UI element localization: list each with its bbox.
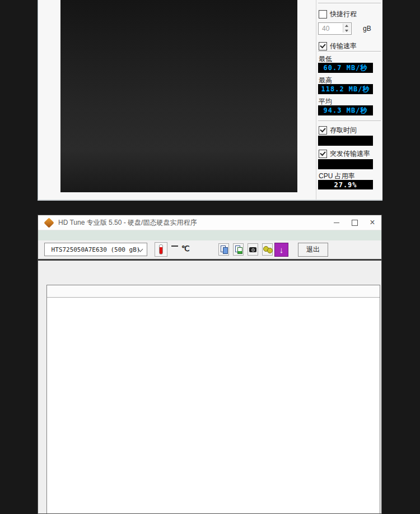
burst-rate-checkbox[interactable]: [319, 150, 327, 158]
table-header: [47, 285, 380, 298]
drive-select-value: HTS725050A7E630 (500 gB): [52, 246, 141, 253]
minimize-button[interactable]: [328, 216, 346, 230]
max-transfer-display: 118.2 MB/秒: [318, 84, 373, 94]
tab-strip: [38, 261, 381, 286]
avg-transfer-display: 94.3 MB/秒: [318, 105, 373, 115]
shortstroke-checkbox-row[interactable]: 快捷行程: [319, 10, 357, 19]
screenshot-button[interactable]: [248, 243, 258, 256]
exit-button[interactable]: 退出: [298, 243, 328, 257]
copy-chart-button[interactable]: [233, 243, 244, 256]
close-icon: ×: [370, 218, 375, 227]
transfer-checkbox-row[interactable]: 传输速率: [319, 41, 357, 51]
benchmark-plot: [60, 0, 297, 192]
temperature-button[interactable]: [155, 242, 167, 257]
minimize-icon: [334, 223, 339, 223]
shortstroke-checkbox[interactable]: [319, 10, 327, 18]
burst-rate-display: [318, 159, 373, 169]
title-bar[interactable]: HD Tune 专业版 5.50 - 硬盘/固态硬盘实用程序 ×: [38, 215, 381, 230]
maximize-icon: [352, 220, 358, 226]
toolbar: HTS725050A7E630 (500 gB) ℃ ↓ 退出: [38, 240, 381, 259]
access-time-checkbox[interactable]: [319, 126, 327, 135]
smart-table: [46, 285, 380, 514]
hdtune-window: HD Tune 专业版 5.50 - 硬盘/固态硬盘实用程序 × HTS7250…: [38, 215, 382, 514]
benchmark-panel: 快捷行程 40 gB 传输速率 最低 60.7 MB/秒 最高 118.2 MB…: [38, 0, 382, 200]
access-time-display: [318, 136, 373, 146]
menu-bar: [38, 230, 381, 240]
burst-checkbox-row[interactable]: 突发传输速率: [319, 149, 370, 159]
min-transfer-display: 60.7 MB/秒: [318, 63, 373, 73]
spinner-up-icon[interactable]: [343, 24, 351, 28]
temperature-unit: ℃: [181, 244, 190, 253]
copy-text-button[interactable]: [218, 243, 229, 256]
benchmark-controls: 快捷行程 40 gB 传输速率 最低 60.7 MB/秒 最高 118.2 MB…: [316, 0, 383, 200]
spinner-unit-label: gB: [363, 25, 371, 33]
burst-rate-label: 突发传输速率: [330, 149, 370, 159]
access-time-axis: [300, 0, 316, 192]
exit-label: 退出: [306, 245, 320, 254]
spinner-down-icon[interactable]: [343, 28, 351, 33]
update-download-button[interactable]: ↓: [274, 243, 288, 257]
shortstroke-label: 快捷行程: [330, 10, 357, 19]
screen: 快捷行程 40 gB 传输速率 最低 60.7 MB/秒 最高 118.2 MB…: [0, 0, 420, 514]
hdtune-logo-icon: [44, 217, 54, 228]
cpu-usage-display: 27.9%: [318, 180, 373, 189]
temperature-value-dash: [171, 246, 178, 247]
separator: [318, 3, 381, 3]
down-arrow-icon: ↓: [279, 245, 284, 254]
transfer-rate-axis: [38, 0, 58, 192]
access-time-checkbox-row[interactable]: 存取时间: [319, 126, 357, 135]
benchmark-chart: [60, 0, 297, 192]
maximize-button[interactable]: [346, 216, 363, 230]
transfer-rate-label: 传输速率: [330, 41, 357, 51]
separator: [318, 121, 381, 121]
spinner-value: 40: [322, 25, 329, 33]
shortstroke-size-spinner[interactable]: 40: [318, 22, 352, 35]
window-title: HD Tune 专业版 5.50 - 硬盘/固态硬盘实用程序: [58, 218, 197, 228]
access-time-label: 存取时间: [330, 126, 357, 135]
drive-select-dropdown[interactable]: HTS725050A7E630 (500 gB): [44, 243, 147, 256]
close-button[interactable]: ×: [363, 216, 381, 230]
transfer-rate-checkbox[interactable]: [319, 42, 327, 50]
thermometer-icon: [159, 244, 163, 254]
view-options-button[interactable]: [262, 243, 273, 256]
separator: [318, 51, 381, 52]
